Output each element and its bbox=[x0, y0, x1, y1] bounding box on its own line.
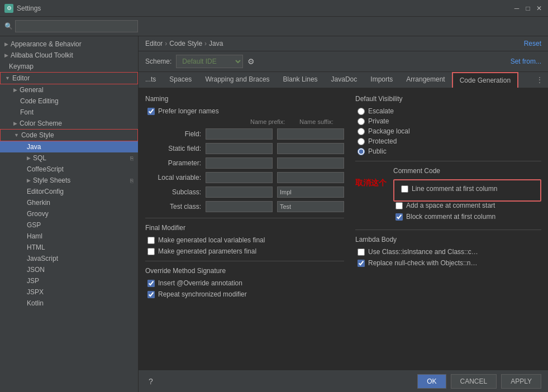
scheme-select[interactable]: Default IDE bbox=[176, 55, 243, 68]
tab-label: Blank Lines bbox=[283, 75, 318, 83]
app-icon: ⚙ bbox=[4, 4, 13, 13]
tab-wrapping[interactable]: Wrapping and Braces bbox=[198, 72, 276, 88]
sidebar-item-font[interactable]: Font bbox=[0, 107, 138, 118]
replace-null-check-row: Replace null-check with Objects::nonNull… bbox=[355, 259, 541, 267]
static-field-label: Static field: bbox=[145, 145, 201, 152]
field-suffix-input[interactable] bbox=[277, 128, 344, 140]
tab-javadoc[interactable]: JavaDoc bbox=[325, 72, 364, 88]
prefer-longer-names-label: Prefer longer names bbox=[158, 107, 219, 115]
cancel-button[interactable]: CANCEL bbox=[451, 374, 497, 389]
sidebar-item-javascript[interactable]: JavaScript bbox=[0, 253, 138, 264]
close-button[interactable]: ✕ bbox=[535, 4, 544, 13]
tab-spaces[interactable]: Spaces bbox=[163, 72, 198, 88]
parameters-final-checkbox[interactable] bbox=[147, 248, 155, 255]
sidebar-item-gherkin[interactable]: Gherkin bbox=[0, 197, 138, 208]
synchronized-modifier-checkbox[interactable] bbox=[147, 291, 155, 298]
parameter-prefix-input[interactable] bbox=[206, 157, 273, 169]
sidebar-item-jspx[interactable]: JSPX bbox=[0, 286, 138, 298]
local-variable-prefix-input[interactable] bbox=[206, 172, 273, 183]
sidebar-item-label: Gherkin bbox=[27, 199, 50, 207]
ok-button[interactable]: OK bbox=[417, 374, 446, 389]
override-annotation-checkbox[interactable] bbox=[147, 280, 155, 287]
block-comment-first-col-checkbox[interactable] bbox=[395, 213, 403, 221]
local-variables-final-label: Make generated local variables final bbox=[158, 236, 265, 244]
maximize-button[interactable]: □ bbox=[523, 4, 532, 13]
local-variable-suffix-input[interactable] bbox=[277, 172, 344, 183]
test-class-prefix-input[interactable] bbox=[206, 201, 273, 212]
tab-imports[interactable]: Imports bbox=[364, 72, 399, 88]
override-method-title: Override Method Signature bbox=[145, 267, 344, 275]
reset-button[interactable]: Reset bbox=[524, 40, 541, 47]
static-field-prefix-input[interactable] bbox=[206, 143, 273, 154]
parameter-suffix-input[interactable] bbox=[277, 157, 344, 169]
tab-label: JavaDoc bbox=[331, 75, 358, 83]
add-space-comment-checkbox[interactable] bbox=[395, 202, 403, 209]
tab-more-button[interactable]: ⋮ bbox=[531, 73, 548, 87]
replace-null-check-checkbox[interactable] bbox=[358, 260, 365, 267]
tab-code-generation[interactable]: Code Generation bbox=[452, 72, 518, 88]
field-row: Field: bbox=[145, 128, 344, 140]
sidebar-item-appearance[interactable]: ▶ Appearance & Behavior bbox=[0, 39, 138, 50]
escalate-radio[interactable] bbox=[358, 108, 365, 115]
parameters-final-row: Make generated parameters final bbox=[145, 247, 344, 255]
sidebar-item-keymap[interactable]: Keymap bbox=[0, 61, 138, 72]
sidebar-item-coffeescript[interactable]: CoffeeScript bbox=[0, 164, 138, 175]
minimize-button[interactable]: ─ bbox=[512, 4, 521, 13]
sidebar-item-stylesheets[interactable]: ▶ Style Sheets ⎘ bbox=[0, 175, 138, 186]
prefer-longer-names-checkbox[interactable] bbox=[147, 108, 155, 115]
sidebar-item-label: GSP bbox=[27, 221, 41, 229]
sidebar-item-gsp[interactable]: GSP bbox=[0, 219, 138, 231]
local-variables-final-checkbox[interactable] bbox=[147, 237, 155, 244]
sidebar-item-label: HTML bbox=[27, 243, 45, 251]
bottom-bar: ? OK CANCEL APPLY bbox=[139, 370, 548, 392]
line-comment-first-col-checkbox[interactable] bbox=[401, 185, 408, 193]
sidebar-item-json[interactable]: JSON bbox=[0, 264, 138, 275]
breadcrumb-sep-2: › bbox=[204, 40, 207, 47]
field-prefix-input[interactable] bbox=[206, 128, 273, 140]
sidebar-item-color-scheme[interactable]: ▶ Color Scheme bbox=[0, 118, 138, 129]
tab-blank-lines[interactable]: Blank Lines bbox=[277, 72, 325, 88]
protected-radio[interactable] bbox=[358, 138, 365, 145]
subclass-prefix-input[interactable] bbox=[206, 187, 273, 198]
block-comment-first-col-label: Block comment at first column bbox=[406, 213, 495, 221]
subclass-suffix-input[interactable] bbox=[277, 187, 344, 198]
protected-row: Protected bbox=[355, 137, 541, 145]
sidebar-item-haml[interactable]: Haml bbox=[0, 231, 138, 242]
scheme-gear-button[interactable]: ⚙ bbox=[247, 57, 255, 66]
protected-label: Protected bbox=[368, 137, 397, 145]
public-radio[interactable] bbox=[358, 148, 365, 155]
sidebar-item-java[interactable]: Java bbox=[0, 141, 138, 152]
search-input[interactable] bbox=[15, 20, 138, 32]
sidebar-item-label: General bbox=[20, 86, 44, 94]
test-class-suffix-input[interactable] bbox=[277, 201, 344, 212]
chevron-right-icon: ▶ bbox=[27, 155, 31, 161]
sidebar-item-editor[interactable]: ▼ Editor bbox=[0, 72, 138, 84]
chevron-right-icon: ▶ bbox=[27, 178, 31, 183]
search-icon: 🔍 bbox=[4, 22, 13, 30]
tab-arrangement[interactable]: Arrangement bbox=[399, 72, 451, 88]
block-comment-first-col-row: Block comment at first column bbox=[393, 213, 541, 221]
sidebar-item-label: Code Editing bbox=[20, 97, 59, 105]
sidebar-item-sql[interactable]: ▶ SQL ⎘ bbox=[0, 152, 138, 164]
sidebar-item-jsp[interactable]: JSP bbox=[0, 275, 138, 286]
private-radio[interactable] bbox=[358, 118, 365, 125]
static-field-suffix-input[interactable] bbox=[277, 143, 344, 154]
sidebar-item-alibaba[interactable]: ▶ Alibaba Cloud Toolkit bbox=[0, 50, 138, 61]
override-annotation-row: Insert @Override annotation bbox=[145, 279, 344, 287]
sidebar-item-groovy[interactable]: Groovy bbox=[0, 208, 138, 219]
breadcrumb-java: Java bbox=[209, 40, 223, 47]
apply-button[interactable]: APPLY bbox=[501, 374, 541, 389]
sidebar-item-label: Code Style bbox=[21, 131, 54, 139]
sidebar-item-editorconfig[interactable]: EditorConfig bbox=[0, 186, 138, 197]
tab-hints[interactable]: ...ts bbox=[139, 72, 163, 88]
help-button[interactable]: ? bbox=[145, 376, 156, 387]
use-classisinstance-checkbox[interactable] bbox=[358, 248, 365, 256]
parameter-row: Parameter: bbox=[145, 157, 344, 169]
set-from-link[interactable]: Set from... bbox=[511, 58, 541, 65]
package-local-radio[interactable] bbox=[358, 128, 365, 135]
sidebar-item-kotlin[interactable]: Kotlin bbox=[0, 298, 138, 309]
sidebar-item-code-style[interactable]: ▼ Code Style bbox=[0, 129, 138, 141]
sidebar-item-general[interactable]: ▶ General bbox=[0, 84, 138, 95]
sidebar-item-code-editing[interactable]: Code Editing bbox=[0, 95, 138, 107]
sidebar-item-html[interactable]: HTML bbox=[0, 242, 138, 253]
